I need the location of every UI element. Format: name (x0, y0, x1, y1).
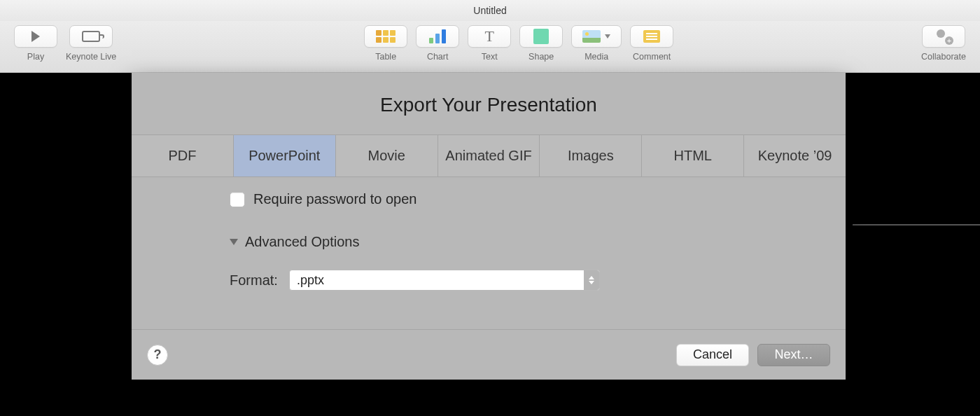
next-button[interactable]: Next… (757, 344, 830, 366)
require-password-checkbox[interactable] (230, 192, 245, 207)
export-tabs: PDF PowerPoint Movie Animated GIF Images… (132, 134, 846, 177)
comment-label: Comment (633, 52, 671, 62)
media-label: Media (584, 52, 608, 62)
table-button[interactable]: Table (364, 25, 407, 62)
text-label: Text (482, 52, 498, 62)
collaborate-button[interactable]: Collaborate (921, 25, 966, 62)
tab-html[interactable]: HTML (642, 135, 744, 176)
require-password-label: Require password to open (253, 191, 416, 207)
media-button[interactable]: Media (571, 25, 622, 62)
export-body: Require password to open Advanced Option… (132, 177, 846, 291)
comment-icon (643, 30, 660, 43)
collaborate-icon (935, 29, 952, 43)
shape-button[interactable]: Shape (519, 25, 563, 62)
tab-keynote-09[interactable]: Keynote ’09 (744, 135, 846, 176)
shape-label: Shape (528, 52, 554, 62)
shape-icon (533, 29, 549, 44)
slide-edge (853, 224, 980, 226)
collaborate-label: Collaborate (921, 52, 966, 62)
keynote-live-label: Keynote Live (66, 52, 116, 62)
export-sheet: Export Your Presentation PDF PowerPoint … (132, 73, 846, 380)
format-label: Format: (230, 272, 278, 289)
media-icon (582, 30, 601, 43)
table-icon (376, 30, 396, 43)
advanced-options-toggle[interactable]: Advanced Options (230, 234, 846, 250)
tab-movie[interactable]: Movie (336, 135, 438, 176)
advanced-options-label: Advanced Options (245, 234, 359, 250)
window-title: Untitled (473, 5, 506, 16)
toolbar: Play Keynote Live Table Chart T Text Sha… (0, 21, 980, 73)
help-button[interactable]: ? (147, 345, 168, 366)
disclosure-triangle-icon (230, 239, 238, 245)
chevron-down-icon (605, 34, 610, 39)
export-title: Export Your Presentation (132, 73, 846, 134)
chart-icon (429, 29, 446, 43)
format-select[interactable]: .pptx (289, 270, 600, 291)
keynote-live-button[interactable]: Keynote Live (66, 25, 116, 62)
require-password-row: Require password to open (230, 191, 846, 207)
chart-button[interactable]: Chart (416, 25, 459, 62)
chart-label: Chart (427, 52, 449, 62)
help-icon: ? (154, 347, 162, 362)
play-icon (31, 31, 40, 42)
export-footer: ? Cancel Next… (132, 329, 846, 380)
table-label: Table (375, 52, 396, 62)
cancel-button[interactable]: Cancel (676, 344, 749, 366)
tab-pdf[interactable]: PDF (132, 135, 234, 176)
next-label: Next… (774, 347, 813, 362)
format-row: Format: .pptx (230, 270, 846, 291)
play-button[interactable]: Play (14, 25, 57, 62)
text-icon: T (484, 27, 493, 46)
format-value: .pptx (290, 273, 584, 288)
window-titlebar: Untitled (0, 0, 980, 21)
comment-button[interactable]: Comment (630, 25, 673, 62)
text-button[interactable]: T Text (468, 25, 511, 62)
keynote-live-icon (82, 31, 100, 42)
tab-images[interactable]: Images (540, 135, 642, 176)
play-label: Play (27, 52, 44, 62)
cancel-label: Cancel (693, 347, 732, 362)
tab-powerpoint[interactable]: PowerPoint (234, 135, 336, 176)
tab-animated-gif[interactable]: Animated GIF (438, 135, 540, 176)
select-stepper-icon (584, 270, 599, 290)
